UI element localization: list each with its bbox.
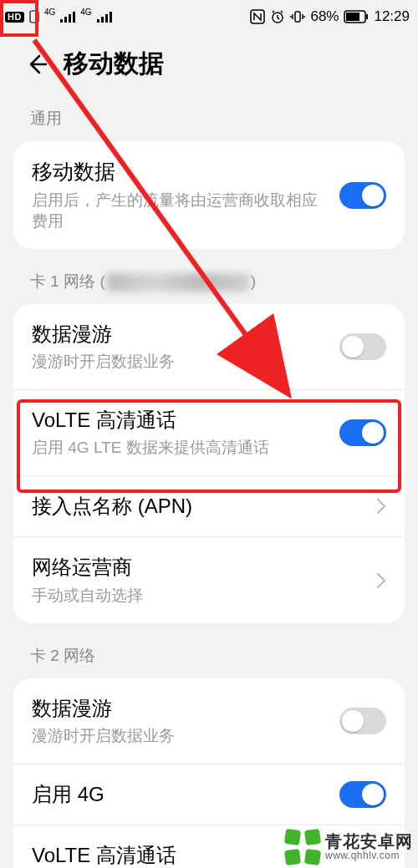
- battery-percent: 68%: [310, 8, 339, 25]
- chevron-right-icon: [376, 572, 386, 589]
- svg-rect-16: [366, 14, 368, 19]
- row-desc: 漫游时开启数据业务: [32, 725, 329, 747]
- svg-rect-7: [97, 19, 99, 23]
- toggle-roaming-sim2[interactable]: [339, 708, 386, 734]
- svg-rect-5: [69, 14, 71, 23]
- vibrate-icon: [290, 9, 305, 24]
- card-general: 移动数据 启用后，产生的流量将由运营商收取相应费用: [13, 141, 405, 249]
- svg-rect-8: [101, 17, 104, 23]
- section-label-general: 通用: [0, 104, 418, 141]
- back-button[interactable]: [23, 52, 48, 77]
- signal-icon-1: [60, 11, 75, 23]
- network-label-2: 4G: [80, 8, 91, 17]
- row-title: VoLTE 高清通话: [32, 407, 329, 434]
- hd-icon: HD: [5, 12, 24, 23]
- row-title: 移动数据: [32, 158, 329, 186]
- back-arrow-icon: [24, 53, 48, 76]
- sim1-label-prefix: 卡 1 网络 (: [30, 272, 105, 290]
- battery-icon: [344, 10, 369, 23]
- section-label-sim2: 卡 2 网络: [0, 623, 418, 678]
- row-desc: 启用后，产生的流量将由运营商收取相应费用: [32, 190, 329, 232]
- toggle-enable-4g[interactable]: [339, 781, 386, 808]
- nfc-icon: [250, 9, 265, 24]
- row-enable-4g[interactable]: 启用 4G: [13, 764, 405, 825]
- status-bar: HD 4G 4G 68% 12:29: [0, 0, 418, 33]
- row-roaming-sim1[interactable]: 数据漫游 漫游时开启数据业务: [13, 304, 405, 390]
- page-header: 移动数据: [0, 33, 418, 104]
- svg-rect-3: [60, 19, 63, 23]
- svg-rect-4: [64, 17, 67, 23]
- sim-icon: [29, 10, 39, 23]
- row-apn[interactable]: 接入点名称 (APN): [13, 476, 405, 537]
- row-title: 接入点名称 (APN): [32, 493, 359, 520]
- svg-rect-15: [346, 13, 359, 21]
- svg-rect-13: [295, 12, 300, 22]
- svg-rect-6: [73, 12, 75, 23]
- row-carrier[interactable]: 网络运营商 手动或自动选择: [13, 537, 405, 622]
- row-desc: 启用 4G LTE 数据来提供高清通话: [32, 437, 329, 459]
- page-title: 移动数据: [64, 47, 164, 81]
- signal-icon-2: [97, 11, 112, 23]
- alarm-icon: [270, 9, 285, 24]
- row-title: 启用 4G: [32, 781, 329, 808]
- toggle-roaming-sim1[interactable]: [339, 333, 386, 360]
- watermark-name: 青花安卓网: [325, 833, 413, 850]
- toggle-mobile-data[interactable]: [339, 182, 386, 209]
- row-desc: 漫游时开启数据业务: [32, 351, 329, 373]
- watermark-logo-icon: [285, 830, 320, 865]
- row-mobile-data[interactable]: 移动数据 启用后，产生的流量将由运营商收取相应费用: [13, 141, 405, 249]
- row-title: 网络运营商: [32, 554, 359, 581]
- card-sim1: 数据漫游 漫游时开启数据业务 VoLTE 高清通话 启用 4G LTE 数据来提…: [13, 304, 405, 622]
- row-volte-sim1[interactable]: VoLTE 高清通话 启用 4G LTE 数据来提供高清通话: [13, 390, 405, 476]
- row-title: 数据漫游: [32, 321, 329, 348]
- watermark: 青花安卓网 www.qhhlv.com: [285, 830, 413, 865]
- svg-rect-10: [110, 12, 112, 23]
- sim1-label-suffix: ): [251, 272, 256, 290]
- svg-rect-9: [105, 14, 108, 23]
- section-label-sim1: 卡 1 网络 (): [0, 249, 418, 304]
- row-roaming-sim2[interactable]: 数据漫游 漫游时开启数据业务: [13, 678, 405, 764]
- network-label-1: 4G: [44, 8, 55, 17]
- sim1-blurred-name: [107, 273, 249, 292]
- chevron-right-icon: [376, 498, 386, 515]
- clock: 12:29: [374, 8, 410, 25]
- svg-rect-2: [30, 11, 38, 23]
- row-desc: 手动或自动选择: [32, 585, 359, 607]
- toggle-volte-sim1[interactable]: [339, 419, 386, 446]
- watermark-url: www.qhhlv.com: [325, 850, 413, 861]
- row-title: 数据漫游: [32, 695, 329, 722]
